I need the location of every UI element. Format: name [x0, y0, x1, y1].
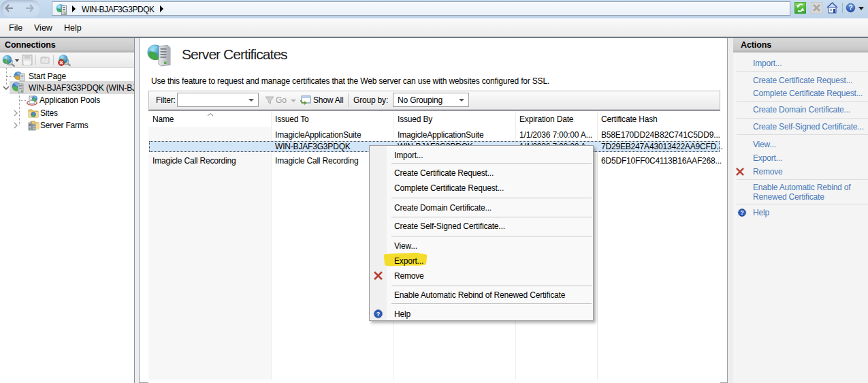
- svg-text:?: ?: [376, 311, 380, 318]
- svg-text:?: ?: [849, 4, 853, 12]
- svg-text:?: ?: [741, 209, 744, 216]
